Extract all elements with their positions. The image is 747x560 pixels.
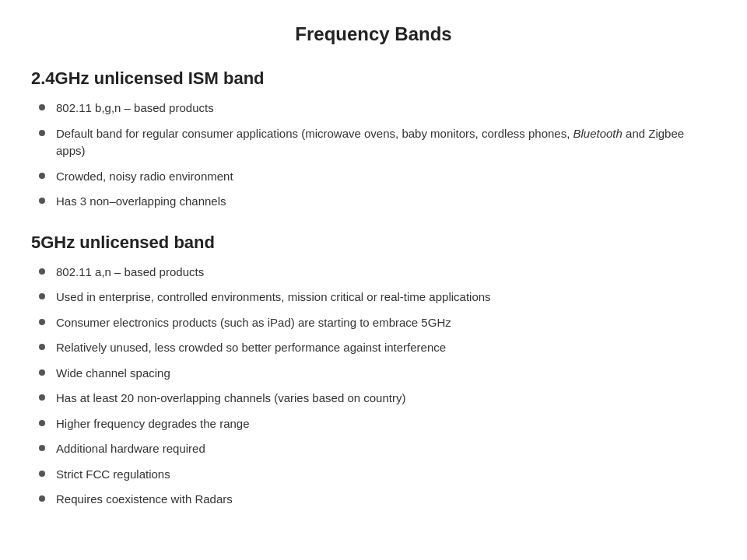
list-item: 802.11 a,n – based products [39,264,716,282]
list-item: Relatively unused, less crowded so bette… [39,339,716,357]
bullet-dot [39,198,45,204]
list-item: Additional hardware required [39,440,716,458]
bullet-text: Strict FCC regulations [56,466,716,484]
bullet-text: Requires coexistence with Radars [56,491,716,509]
page-title: Frequency Bands [31,23,716,45]
section-24ghz: 2.4GHz unlicensed ISM band 802.11 b,g,n … [31,68,716,211]
list-item: Strict FCC regulations [39,466,716,484]
bullet-dot [39,471,45,477]
bullet-dot [39,369,45,376]
bullet-text: Crowded, noisy radio environment [56,168,716,186]
list-item: Has at least 20 non-overlapping channels… [39,390,716,408]
bullet-text: 802.11 b,g,n – based products [56,100,716,117]
section-24ghz-heading: 2.4GHz unlicensed ISM band [31,68,716,89]
bullet-text: 802.11 a,n – based products [56,264,716,282]
bullet-text: Consumer electronics products (such as i… [56,314,716,332]
list-item: Crowded, noisy radio environment [39,168,716,186]
list-item: Consumer electronics products (such as i… [39,314,716,332]
list-item: 802.11 b,g,n – based products [39,100,716,117]
bullet-dot [39,104,45,110]
list-item: Wide channel spacing [39,365,716,383]
bullet-dot [39,394,45,401]
section-24ghz-list: 802.11 b,g,n – based products Default ba… [31,100,716,211]
list-item: Default band for regular consumer applic… [39,125,716,160]
bullet-dot [39,445,45,451]
list-item: Used in enterprise, controlled environme… [39,289,716,306]
bullet-text: Relatively unused, less crowded so bette… [56,339,716,357]
list-item: Higher frequency degrades the range [39,415,716,433]
bullet-dot [39,293,45,299]
bullet-text: Default band for regular consumer applic… [56,125,716,160]
bullet-text: Wide channel spacing [56,365,716,383]
bullet-dot [39,268,45,275]
section-5ghz-heading: 5GHz unlicensed band [31,233,716,253]
bullet-dot [39,495,45,502]
bullet-text: Has 3 non–overlapping channels [56,193,716,211]
bullet-text: Used in enterprise, controlled environme… [56,289,716,306]
bullet-text: Higher frequency degrades the range [56,415,716,433]
bullet-text: Has at least 20 non-overlapping channels… [56,390,716,408]
bullet-dot [39,344,45,350]
section-5ghz-list: 802.11 a,n – based products Used in ente… [31,264,716,509]
bullet-dot [39,173,45,179]
list-item: Requires coexistence with Radars [39,491,716,509]
bullet-dot [39,319,45,325]
bullet-dot [39,130,45,136]
bullet-dot [39,420,45,426]
list-item: Has 3 non–overlapping channels [39,193,716,211]
section-5ghz: 5GHz unlicensed band 802.11 a,n – based … [31,233,716,509]
bullet-text: Additional hardware required [56,440,716,458]
